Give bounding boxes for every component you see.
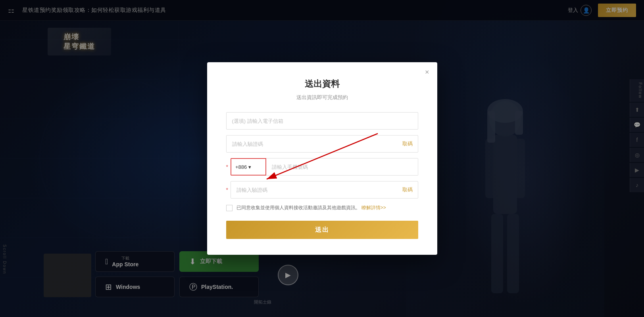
sms-captcha-wrapper: 取碼 xyxy=(231,181,418,199)
modal-overlay: × 送出資料 送出資訊即可完成預約 取碼 * +886 ▾ * 取碼 xyxy=(0,0,644,317)
phone-required-star: * xyxy=(226,164,228,170)
sms-captcha-input[interactable] xyxy=(231,181,418,199)
modal-title: 送出資料 xyxy=(226,78,418,90)
email-input[interactable] xyxy=(226,112,418,130)
sms-action-label[interactable]: 取碼 xyxy=(402,186,413,193)
phone-code-value: +886 xyxy=(235,164,247,170)
modal-subtitle: 送出資訊即可完成預約 xyxy=(226,94,418,101)
consent-text: 已同意收集並使用個人資料接收活動邀請及其他遊戲資訊。 xyxy=(236,205,360,210)
sms-required-star: * xyxy=(226,187,228,193)
email-field-wrapper xyxy=(226,112,418,130)
phone-field-row: * +886 ▾ xyxy=(226,158,418,176)
captcha-input[interactable] xyxy=(226,135,418,153)
consent-link[interactable]: 瞭解詳情>> xyxy=(361,205,386,210)
captcha-field-wrapper: 取碼 xyxy=(226,135,418,153)
phone-input[interactable] xyxy=(266,158,418,176)
consent-label: 已同意收集並使用個人資料接收活動邀請及其他遊戲資訊。 瞭解詳情>> xyxy=(236,204,386,211)
captcha-action-label[interactable]: 取碼 xyxy=(402,140,413,147)
phone-code-selector[interactable]: +886 ▾ xyxy=(231,158,266,176)
phone-code-chevron: ▾ xyxy=(248,164,251,170)
consent-checkbox[interactable] xyxy=(226,205,233,211)
sms-captcha-row: * 取碼 xyxy=(226,181,418,199)
submit-button[interactable]: 送出 xyxy=(226,221,418,239)
consent-row: 已同意收集並使用個人資料接收活動邀請及其他遊戲資訊。 瞭解詳情>> xyxy=(226,204,418,211)
modal-dialog: × 送出資料 送出資訊即可完成預約 取碼 * +886 ▾ * 取碼 xyxy=(207,62,437,255)
modal-close-button[interactable]: × xyxy=(425,69,429,76)
